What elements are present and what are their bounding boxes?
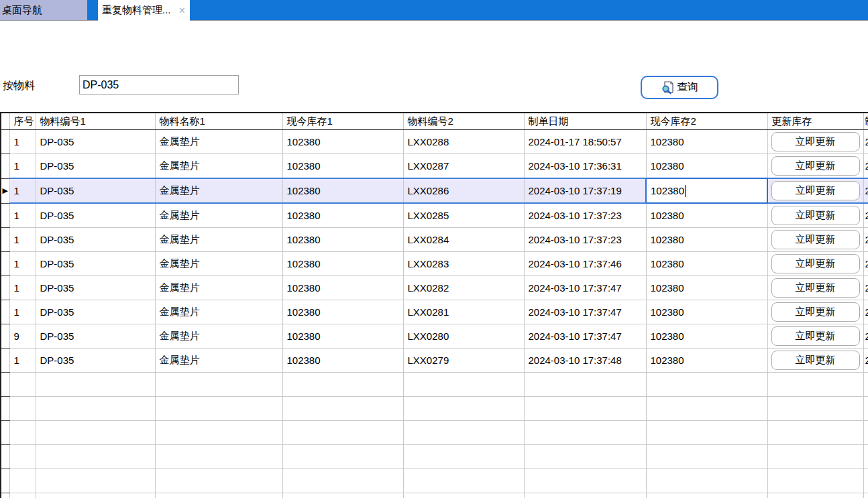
cell-date[interactable]: 2024-03-10 17:37:19 (524, 178, 646, 203)
cell-name1[interactable]: 金属垫片 (155, 276, 282, 300)
cell-stock2[interactable]: 102380 (646, 178, 767, 203)
update-now-button[interactable]: 立即更新 (771, 156, 860, 176)
update-now-button[interactable]: 立即更新 (771, 206, 860, 225)
table-row[interactable]: 1DP-035金属垫片102380LXX02872024-03-10 17:36… (1, 154, 868, 179)
cell-stock2[interactable]: 102380 (646, 300, 767, 324)
cell-date[interactable]: 2024-01-17 18:50:57 (524, 130, 646, 154)
cell-code2[interactable]: LXX0286 (403, 178, 524, 203)
row-selector-gutter[interactable] (1, 300, 9, 324)
cell-seq[interactable]: 1 (9, 300, 36, 324)
cell-stock2[interactable]: 102380 (646, 252, 767, 276)
cell-code2[interactable]: LXX0279 (403, 349, 524, 373)
cell-code2[interactable]: LXX0287 (403, 154, 524, 179)
update-now-button[interactable]: 立即更新 (771, 326, 860, 346)
cell-code1[interactable]: DP-035 (36, 228, 155, 252)
cell-name1[interactable]: 金属垫片 (155, 300, 282, 324)
update-now-button[interactable]: 立即更新 (771, 181, 860, 200)
cell-code2[interactable]: LXX0282 (403, 276, 524, 300)
cell-code1[interactable]: DP-035 (36, 252, 155, 276)
table-row[interactable]: 1DP-035金属垫片102380LXX02832024-03-10 17:37… (1, 252, 868, 276)
update-now-button[interactable]: 立即更新 (771, 351, 860, 370)
row-selector-gutter[interactable] (1, 349, 9, 373)
row-selector-gutter[interactable] (1, 397, 9, 421)
cell-code1[interactable]: DP-035 (36, 349, 155, 373)
table-row[interactable]: 1DP-035金属垫片102380LXX02822024-03-10 17:37… (1, 276, 868, 300)
material-filter-input[interactable] (79, 75, 239, 95)
table-row[interactable]: ▶1DP-035金属垫片102380LXX02862024-03-10 17:3… (1, 178, 868, 203)
table-row[interactable]: 9DP-035金属垫片102380LXX02802024-03-10 17:37… (1, 324, 868, 349)
cell-date[interactable]: 2024-03-10 17:37:23 (524, 228, 646, 252)
cell-code1[interactable]: DP-035 (36, 300, 155, 324)
cell-name1[interactable]: 金属垫片 (155, 324, 282, 349)
row-selector-gutter[interactable] (1, 421, 9, 445)
cell-stock2[interactable]: 102380 (646, 203, 767, 228)
row-selector-gutter[interactable]: ▶ (1, 178, 9, 203)
cell-stock1[interactable]: 102380 (282, 324, 403, 349)
cell-code2[interactable]: LXX0284 (403, 228, 524, 252)
tab-desktop-navigation[interactable]: 桌面导航 (0, 0, 87, 20)
row-selector-gutter[interactable] (1, 373, 9, 397)
row-selector-gutter[interactable] (1, 228, 9, 252)
row-selector-gutter[interactable] (1, 154, 9, 179)
cell-seq[interactable]: 1 (9, 178, 36, 203)
cell-code1[interactable]: DP-035 (36, 276, 155, 300)
cell-date[interactable]: 2024-03-10 17:37:46 (524, 252, 646, 276)
cell-code2[interactable]: LXX0281 (403, 300, 524, 324)
cell-stock1[interactable]: 102380 (282, 203, 403, 228)
row-selector-gutter[interactable] (1, 276, 9, 300)
cell-code1[interactable]: DP-035 (36, 130, 155, 154)
cell-name1[interactable]: 金属垫片 (155, 154, 282, 179)
cell-date[interactable]: 2024-03-10 17:37:47 (524, 324, 646, 349)
cell-code2[interactable]: LXX0285 (403, 203, 524, 228)
row-selector-gutter[interactable] (1, 324, 9, 349)
cell-stock1[interactable]: 102380 (282, 154, 403, 179)
update-now-button[interactable]: 立即更新 (771, 132, 860, 151)
cell-stock1[interactable]: 102380 (282, 228, 403, 252)
cell-date[interactable]: 2024-03-10 17:37:47 (524, 276, 646, 300)
cell-seq[interactable]: 1 (9, 130, 36, 154)
table-row[interactable]: 1DP-035金属垫片102380LXX02882024-01-17 18:50… (1, 130, 868, 154)
tab-duplicate-material-management[interactable]: 重复物料管理... × (98, 0, 190, 21)
cell-name1[interactable]: 金属垫片 (155, 203, 282, 228)
row-selector-gutter[interactable] (1, 203, 9, 228)
cell-stock1[interactable]: 102380 (282, 349, 403, 373)
update-now-button[interactable]: 立即更新 (771, 302, 860, 322)
query-button[interactable]: 查询 (641, 76, 718, 99)
cell-stock2[interactable]: 102380 (646, 228, 767, 252)
row-selector-gutter[interactable] (1, 469, 9, 493)
cell-name1[interactable]: 金属垫片 (155, 228, 282, 252)
row-selector-gutter[interactable] (1, 252, 9, 276)
cell-code1[interactable]: DP-035 (36, 178, 155, 203)
cell-stock1[interactable]: 102380 (282, 276, 403, 300)
table-row[interactable]: 1DP-035金属垫片102380LXX02842024-03-10 17:37… (1, 228, 868, 252)
cell-seq[interactable]: 1 (9, 252, 36, 276)
cell-name1[interactable]: 金属垫片 (155, 252, 282, 276)
close-icon[interactable]: × (179, 5, 185, 16)
cell-code1[interactable]: DP-035 (36, 203, 155, 228)
update-now-button[interactable]: 立即更新 (771, 254, 860, 273)
cell-code2[interactable]: LXX0288 (403, 130, 524, 154)
cell-stock2[interactable]: 102380 (646, 349, 767, 373)
cell-date[interactable]: 2024-03-10 17:37:48 (524, 349, 646, 373)
cell-name1[interactable]: 金属垫片 (155, 130, 282, 154)
update-now-button[interactable]: 立即更新 (771, 230, 860, 249)
cell-stock2[interactable]: 102380 (646, 130, 767, 154)
row-selector-gutter[interactable] (1, 445, 9, 469)
table-row[interactable]: 1DP-035金属垫片102380LXX02812024-03-10 17:37… (1, 300, 868, 324)
table-row[interactable]: 1DP-035金属垫片102380LXX02792024-03-10 17:37… (1, 349, 868, 373)
cell-seq[interactable]: 1 (9, 349, 36, 373)
cell-stock2[interactable]: 102380 (646, 154, 767, 179)
cell-stock2[interactable]: 102380 (646, 276, 767, 300)
cell-seq[interactable]: 1 (9, 276, 36, 300)
cell-code2[interactable]: LXX0283 (403, 252, 524, 276)
cell-name1[interactable]: 金属垫片 (155, 349, 282, 373)
row-selector-gutter[interactable] (1, 130, 9, 154)
cell-stock1[interactable]: 102380 (282, 130, 403, 154)
cell-code2[interactable]: LXX0280 (403, 324, 524, 349)
cell-stock1[interactable]: 102380 (282, 300, 403, 324)
update-now-button[interactable]: 立即更新 (771, 278, 860, 298)
cell-stock2[interactable]: 102380 (646, 324, 767, 349)
cell-stock1[interactable]: 102380 (282, 178, 403, 203)
cell-seq[interactable]: 9 (9, 324, 36, 349)
cell-date[interactable]: 2024-03-10 17:37:47 (524, 300, 646, 324)
